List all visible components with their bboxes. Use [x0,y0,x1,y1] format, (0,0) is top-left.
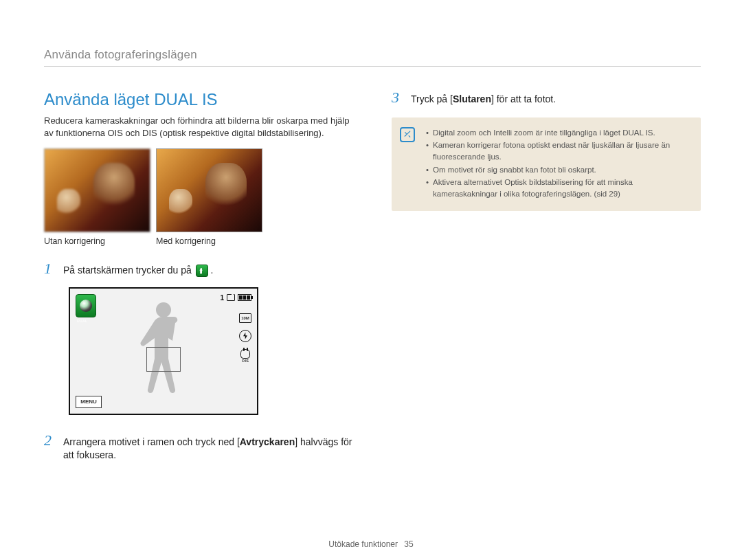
menu-button: MENU [76,396,102,408]
note-item: Kameran korrigerar fotona optiskt endast… [426,139,690,162]
lcd-side-icons: 10M OIS [239,313,251,363]
caption-with: Med korrigering [156,236,262,246]
breadcrumb: Använda fotograferingslägen [44,48,701,67]
photo-with-correction [156,148,262,232]
note-box: Digital zoom och Intelli zoom är inte ti… [392,117,701,211]
caption-without: Utan korrigering [44,236,150,246]
camera-lcd-preview: DUAL 1 10M OIS [69,287,258,415]
mode-badge-dual-is [76,294,96,317]
step-1-period: . [211,265,214,276]
two-column-layout: Använda läget DUAL IS Reducera kameraska… [44,90,701,471]
right-column: 3 Tryck på [Slutaren] för att ta fotot. … [392,90,701,471]
image-size-icon: 10M [239,313,251,323]
note-item: Digital zoom och Intelli zoom är inte ti… [426,127,690,139]
svg-point-0 [156,302,171,317]
lcd-top-status: 1 [220,294,251,302]
note-item: Aktivera alternativet Optisk bildstabili… [426,177,690,199]
battery-icon [238,294,251,301]
shots-remaining: 1 [220,294,224,302]
shutter-half-label: Avtryckaren [240,436,295,447]
step-3: 3 Tryck på [Slutaren] för att ta fotot. [392,90,701,107]
ois-label: OIS [239,359,251,363]
memory-card-icon [227,294,235,301]
step-3-tail: ] för att ta fotot. [491,93,556,104]
shutter-full-label: Slutaren [453,93,491,104]
page-title: Använda läget DUAL IS [44,90,353,109]
ois-icon: OIS [239,349,251,363]
step-1-lead: På startskärmen trycker du på [63,265,194,276]
manual-page: Använda fotograferingslägen Använda läge… [0,0,742,471]
step-3-lead: Tryck på [ [411,93,453,104]
step-number: 3 [392,90,404,107]
comparison-photos [44,148,353,232]
step-2-lead: Arrangera motivet i ramen och tryck ned … [63,436,240,447]
focus-frame [146,347,181,372]
mode-badge-label: DUAL [77,319,87,323]
left-column: Använda läget DUAL IS Reducera kameraska… [44,90,353,471]
step-text: På startskärmen trycker du på . [63,261,213,278]
note-icon [400,127,415,142]
photo-captions: Utan korrigering Med korrigering [44,236,353,246]
intro-text: Reducera kameraskakningar och förhindra … [44,115,353,139]
step-2: 2 Arrangera motivet i ramen och tryck ne… [44,433,353,462]
step-number: 1 [44,261,56,278]
step-text: Arrangera motivet i ramen och tryck ned … [63,433,353,462]
flash-icon [239,330,251,342]
dual-is-mode-icon [196,265,208,277]
step-text: Tryck på [Slutaren] för att ta fotot. [411,90,556,107]
note-list: Digital zoom och Intelli zoom är inte ti… [426,127,690,200]
note-item: Om motivet rör sig snabbt kan fotot bli … [426,164,690,176]
footer-section: Utökade funktioner [328,539,398,549]
photo-without-correction [44,148,150,232]
page-number: 35 [404,539,413,549]
step-1: 1 På startskärmen trycker du på . [44,261,353,278]
step-number: 2 [44,433,56,462]
page-footer: Utökade funktioner 35 [0,539,742,549]
